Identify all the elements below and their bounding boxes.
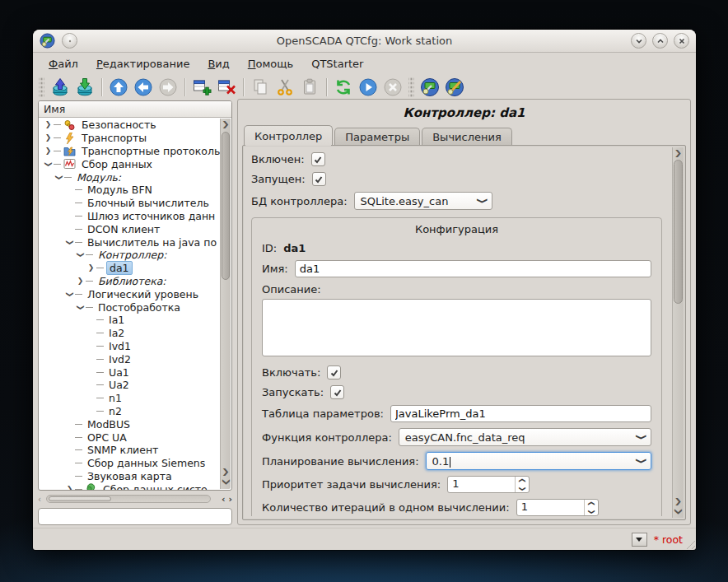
tree-item-ia1[interactable]: Ia1 bbox=[39, 314, 220, 327]
tree-item-ivd1[interactable]: Ivd1 bbox=[39, 340, 220, 353]
description-textarea[interactable] bbox=[262, 299, 651, 356]
scroll-right-icon[interactable]: › bbox=[228, 494, 232, 505]
tree-horizontal-scrollbar[interactable]: ‹ ‹› bbox=[38, 493, 232, 505]
tab-параметры[interactable]: Параметры bbox=[334, 128, 420, 145]
stop-button[interactable] bbox=[381, 76, 404, 99]
tree-vertical-scrollbar[interactable]: ❯ ❯ ❯ bbox=[220, 119, 231, 489]
check-icon bbox=[313, 155, 323, 165]
iterations-spinbox[interactable]: 1 ❯❯ bbox=[516, 499, 599, 516]
tree-expander-icon[interactable]: ❯ bbox=[44, 159, 52, 170]
copy-button[interactable] bbox=[249, 76, 272, 99]
tab-контроллер[interactable]: Контроллер bbox=[244, 125, 333, 145]
tree-item-шлюз-источников-данн[interactable]: Шлюз источников данн bbox=[39, 210, 220, 223]
tree-expander-icon[interactable]: ❯ bbox=[75, 277, 86, 285]
tree-item-библиотека-[interactable]: ❯Библиотека: bbox=[39, 275, 220, 288]
tree-expander-icon[interactable]: ❯ bbox=[66, 289, 73, 300]
tree-expander-icon[interactable]: ❯ bbox=[66, 237, 73, 248]
tree-expander-icon[interactable]: ❯ bbox=[86, 264, 96, 272]
scroll-left-icon[interactable]: ‹ bbox=[38, 495, 46, 504]
tree-item-ua1[interactable]: Ua1 bbox=[39, 365, 220, 379]
tree-expander-icon[interactable]: ❯ bbox=[77, 249, 84, 260]
tree-expander-icon[interactable]: ❯ bbox=[43, 134, 54, 142]
tree-expander-icon[interactable]: ❯ bbox=[77, 302, 84, 313]
menu-item-вид[interactable]: Вид bbox=[200, 55, 236, 72]
tree-item-постобработка[interactable]: ❯Постобработка bbox=[39, 300, 220, 314]
cut-button[interactable] bbox=[273, 76, 296, 99]
toolbar-handle[interactable] bbox=[39, 77, 44, 97]
page-vertical-scrollbar[interactable]: ❯ ❯ ❯ bbox=[672, 147, 684, 518]
scroll-left-icon[interactable]: ‹ bbox=[222, 494, 226, 505]
tree-item-ivd2[interactable]: Ivd2 bbox=[39, 352, 220, 365]
tree-branch-line bbox=[96, 372, 104, 373]
qtstarter-edit-button[interactable] bbox=[443, 76, 466, 99]
tree-item-n1[interactable]: n1 bbox=[39, 392, 220, 405]
save-to-db-button[interactable] bbox=[73, 76, 96, 99]
tree-expander-icon[interactable]: ❯ bbox=[55, 172, 63, 183]
tree-item-безопасность[interactable]: ❯Безопасность bbox=[39, 119, 220, 132]
load-from-db-button[interactable] bbox=[49, 76, 72, 99]
tree-item-label: Безопасность bbox=[79, 119, 159, 131]
reload-button[interactable] bbox=[332, 76, 355, 99]
tree-header[interactable]: Имя bbox=[39, 101, 231, 118]
minimize-button[interactable] bbox=[631, 33, 646, 49]
menu-item-qtstarter[interactable]: QTStarter bbox=[304, 55, 371, 72]
priority-spinbox[interactable]: 1 ❯❯ bbox=[447, 476, 530, 493]
titlebar[interactable]: OpenSCADA QTCfg: Work station bbox=[33, 30, 696, 53]
tree-item-транспортные-протоколы[interactable]: ❯Транспортные протоколы bbox=[39, 145, 220, 158]
delete-item-button[interactable] bbox=[215, 76, 238, 99]
tree-item-da1[interactable]: ❯da1 bbox=[39, 262, 220, 275]
to-start-checkbox[interactable] bbox=[330, 385, 344, 399]
tree-item-label: OPC UA bbox=[85, 431, 129, 444]
name-input[interactable] bbox=[295, 260, 651, 277]
tree-item-ia2[interactable]: Ia2 bbox=[39, 327, 220, 340]
controller-function-combobox[interactable]: easyCAN.fnc_data_req ❯ bbox=[399, 428, 651, 446]
menu-item-файл[interactable]: Файл bbox=[41, 55, 86, 72]
tree-item-звуковая-карта[interactable]: Звуковая карта bbox=[39, 470, 220, 483]
add-item-button[interactable] bbox=[190, 76, 213, 99]
hscroll-thumb[interactable] bbox=[49, 496, 111, 501]
spin-down-icon[interactable]: ❯ bbox=[587, 505, 595, 516]
window-menu-button[interactable] bbox=[62, 33, 77, 49]
tab-вычисления[interactable]: Вычисления bbox=[422, 128, 512, 145]
menu-item-помощь[interactable]: Помощь bbox=[240, 55, 301, 72]
user-dropdown-button[interactable] bbox=[632, 533, 647, 547]
qtstarter-config-button[interactable] bbox=[418, 76, 441, 99]
db-combobox[interactable]: SQLite.easy_can ❯ bbox=[354, 192, 492, 210]
tree-item-логический-уровень[interactable]: ❯Логический уровень bbox=[39, 287, 220, 300]
param-table-input[interactable] bbox=[390, 405, 651, 422]
tree-item-сбор-данных-siemens[interactable]: Сбор данных Siemens bbox=[39, 457, 220, 470]
tree-item-блочный-вычислитель[interactable]: Блочный вычислитель bbox=[39, 197, 220, 210]
tree-filter-input[interactable] bbox=[38, 508, 232, 525]
tree-item-контроллер-[interactable]: ❯Контроллер: bbox=[39, 249, 220, 262]
tree-item-транспорты[interactable]: ❯Транспорты bbox=[39, 132, 220, 145]
tree-item-модуль-bfn[interactable]: Модуль BFN bbox=[39, 184, 220, 197]
tree-item-сбор-данных-систе[interactable]: ❯Сбор данных систе bbox=[39, 482, 220, 490]
spin-down-icon[interactable]: ❯ bbox=[518, 482, 526, 493]
tree-item-dcon-клиент[interactable]: DCON клиент bbox=[39, 222, 220, 235]
to-enable-checkbox[interactable] bbox=[327, 365, 341, 379]
running-checkbox[interactable] bbox=[312, 172, 326, 186]
enabled-checkbox[interactable] bbox=[311, 152, 325, 166]
tree-item-сбор-данных[interactable]: ❯Сбор данных bbox=[39, 157, 220, 170]
back-button[interactable] bbox=[132, 76, 155, 99]
tree-expander-icon[interactable]: ❯ bbox=[43, 147, 54, 155]
tree-item-n2[interactable]: n2 bbox=[39, 405, 220, 418]
schedule-combobox[interactable]: 0.1 ❯ bbox=[426, 452, 651, 470]
paste-button[interactable] bbox=[298, 76, 321, 99]
close-button[interactable] bbox=[674, 33, 689, 49]
forward-button[interactable] bbox=[156, 76, 180, 99]
tree-item-ua2[interactable]: Ua2 bbox=[39, 379, 220, 392]
tree-item-opc-ua[interactable]: OPC UA bbox=[39, 431, 220, 444]
tree-item-модуль-[interactable]: ❯Модуль: bbox=[39, 170, 220, 184]
toolbar-handle[interactable] bbox=[408, 77, 414, 97]
tree-item-modbus[interactable]: ModBUS bbox=[39, 417, 220, 431]
up-button[interactable] bbox=[107, 76, 130, 99]
start-button[interactable] bbox=[357, 76, 380, 99]
maximize-button[interactable] bbox=[652, 33, 668, 49]
tree-expander-icon[interactable]: ❯ bbox=[43, 121, 54, 128]
enabled-row: Включен: bbox=[251, 152, 662, 166]
tree-expander-icon[interactable]: ❯ bbox=[64, 486, 75, 490]
tree-item-snmp-клиент[interactable]: SNMP клиент bbox=[39, 444, 220, 457]
tree-item-вычислитель-на-java-по[interactable]: ❯Вычислитель на java по bbox=[39, 235, 220, 249]
menu-item-редактирование[interactable]: Редактирование bbox=[89, 55, 197, 72]
